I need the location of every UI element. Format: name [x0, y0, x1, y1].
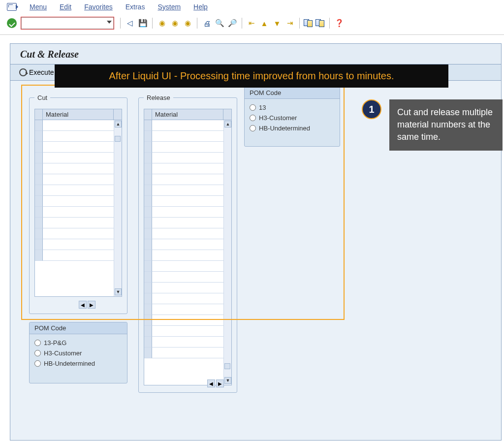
- cell-material[interactable]: [152, 337, 231, 348]
- scroll-down-icon[interactable]: ▼: [224, 377, 231, 384]
- cell-material[interactable]: [152, 293, 231, 304]
- row-selector[interactable]: [144, 153, 152, 163]
- row-selector[interactable]: [144, 261, 152, 272]
- cell-material[interactable]: [152, 304, 231, 315]
- layout-icon[interactable]: [346, 18, 357, 29]
- table-row[interactable]: [35, 218, 122, 228]
- row-selector[interactable]: [35, 163, 43, 174]
- table-row[interactable]: [144, 272, 231, 283]
- row-selector[interactable]: [144, 174, 152, 185]
- cell-material[interactable]: [152, 326, 231, 337]
- back-icon[interactable]: ◁: [125, 18, 135, 29]
- cell-material[interactable]: [43, 163, 122, 174]
- table-row[interactable]: [35, 142, 122, 153]
- next-page-icon[interactable]: ▼: [272, 18, 283, 29]
- table-row[interactable]: [144, 174, 231, 185]
- table-row[interactable]: [35, 207, 122, 218]
- release-vscroll[interactable]: ▲ ▼: [223, 120, 231, 385]
- cell-material[interactable]: [152, 120, 231, 131]
- row-selector[interactable]: [35, 207, 43, 218]
- row-selector[interactable]: [144, 304, 152, 315]
- table-row[interactable]: [35, 174, 122, 185]
- row-selector[interactable]: [144, 185, 152, 196]
- cell-material[interactable]: [43, 218, 122, 228]
- cell-material[interactable]: [43, 153, 122, 163]
- cell-material[interactable]: [152, 239, 231, 250]
- release-hnav-right-icon[interactable]: ▶: [216, 380, 224, 387]
- table-row[interactable]: [144, 163, 231, 174]
- table-row[interactable]: [144, 207, 231, 218]
- row-selector[interactable]: [144, 348, 152, 358]
- cell-material[interactable]: [152, 315, 231, 326]
- table-row[interactable]: [144, 185, 231, 196]
- row-selector[interactable]: [35, 250, 43, 261]
- table-row[interactable]: [35, 131, 122, 142]
- table-row[interactable]: [144, 348, 231, 358]
- release-grid-body[interactable]: [144, 120, 231, 385]
- menu-edit[interactable]: Edit: [60, 3, 71, 11]
- cell-material[interactable]: [152, 142, 231, 153]
- row-selector[interactable]: [35, 196, 43, 207]
- cut-grid-body[interactable]: [35, 120, 122, 296]
- table-row[interactable]: [144, 337, 231, 348]
- cell-material[interactable]: [152, 283, 231, 293]
- cell-material[interactable]: [43, 228, 122, 239]
- radio-pom1-2[interactable]: HB-Undetermined: [250, 125, 335, 132]
- row-selector[interactable]: [35, 239, 43, 250]
- scroll-up-icon[interactable]: ▲: [115, 121, 122, 127]
- table-row[interactable]: [35, 185, 122, 196]
- menu-favorites[interactable]: Favorites: [84, 3, 113, 11]
- row-selector[interactable]: [144, 142, 152, 153]
- row-selector[interactable]: [144, 293, 152, 304]
- find-icon[interactable]: 🔍: [214, 18, 225, 29]
- cell-material[interactable]: [43, 196, 122, 207]
- scroll-down-icon[interactable]: ▼: [115, 288, 122, 295]
- menu-help[interactable]: Help: [193, 3, 208, 11]
- release-col-material[interactable]: Material: [152, 109, 223, 120]
- menu-popup-icon[interactable]: [7, 3, 17, 11]
- cell-material[interactable]: [43, 185, 122, 196]
- row-selector[interactable]: [144, 228, 152, 239]
- enter-icon[interactable]: [7, 18, 17, 28]
- radio-pom2-1[interactable]: H3-Customer: [34, 349, 122, 357]
- radio-pom1-1[interactable]: H3-Customer: [250, 114, 335, 122]
- table-row[interactable]: [144, 283, 231, 293]
- table-row[interactable]: [35, 228, 122, 239]
- row-selector[interactable]: [144, 272, 152, 283]
- table-row[interactable]: [144, 142, 231, 153]
- table-row[interactable]: [144, 250, 231, 261]
- scroll-thumb[interactable]: [224, 363, 230, 369]
- cell-material[interactable]: [43, 239, 122, 250]
- cut-hnav-left-icon[interactable]: ◀: [79, 301, 87, 309]
- table-row[interactable]: [144, 131, 231, 142]
- last-page-icon[interactable]: ⇥: [284, 18, 295, 29]
- table-row[interactable]: [144, 196, 231, 207]
- table-row[interactable]: [35, 153, 122, 163]
- nav-cancel-icon[interactable]: ◉: [182, 18, 193, 29]
- cut-select-all[interactable]: [35, 109, 43, 120]
- help-icon[interactable]: ❓: [334, 18, 345, 29]
- cell-material[interactable]: [152, 348, 231, 358]
- table-row[interactable]: [35, 196, 122, 207]
- row-selector[interactable]: [144, 283, 152, 293]
- cell-material[interactable]: [43, 131, 122, 142]
- cell-material[interactable]: [43, 207, 122, 218]
- cell-material[interactable]: [152, 174, 231, 185]
- cell-material[interactable]: [43, 120, 122, 131]
- radio-pom2-0[interactable]: 13-P&G: [34, 339, 122, 347]
- menu-system[interactable]: System: [158, 3, 181, 11]
- radio-pom2-2[interactable]: HB-Undetermined: [34, 360, 122, 367]
- release-grid[interactable]: Material ▲ ▼: [144, 109, 232, 385]
- cell-material[interactable]: [43, 142, 122, 153]
- row-selector[interactable]: [144, 315, 152, 326]
- table-row[interactable]: [144, 315, 231, 326]
- cell-material[interactable]: [152, 163, 231, 174]
- row-selector[interactable]: [144, 250, 152, 261]
- cell-material[interactable]: [152, 131, 231, 142]
- save-icon[interactable]: 💾: [137, 18, 148, 29]
- first-page-icon[interactable]: ⇤: [246, 18, 257, 29]
- print-icon[interactable]: 🖨: [201, 18, 212, 29]
- cell-material[interactable]: [43, 174, 122, 185]
- row-selector[interactable]: [144, 120, 152, 131]
- table-row[interactable]: [35, 120, 122, 131]
